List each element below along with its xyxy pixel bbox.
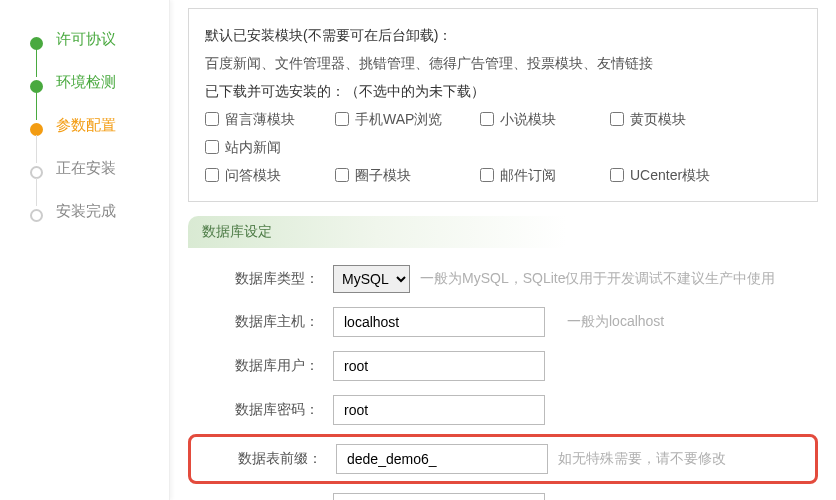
row-db-prefix: 数据表前缀： 如无特殊需要，请不要修改 — [191, 439, 815, 479]
hint-db-prefix: 如无特殊需要，请不要修改 — [558, 450, 726, 468]
step-complete: 安装完成 — [30, 190, 149, 233]
hint-db-host: 一般为localhost — [567, 313, 664, 331]
checkbox-guestbook[interactable]: 留言薄模块 — [205, 105, 335, 133]
hint-db-type: 一般为MySQL，SQLite仅用于开发调试不建议生产中使用 — [420, 270, 775, 288]
label-db-user: 数据库用户： — [188, 357, 333, 375]
select-db-type[interactable]: MySQL — [333, 265, 410, 293]
checkbox-yellowpage[interactable]: 黄页模块 — [610, 105, 740, 133]
checkbox-circle-input[interactable] — [335, 168, 349, 182]
install-steps-sidebar: 许可协议 环境检测 参数配置 正在安装 安装完成 — [0, 0, 170, 500]
checkbox-novel-input[interactable] — [480, 112, 494, 126]
installed-modules-title: 默认已安装模块(不需要可在后台卸载)： — [205, 21, 801, 49]
checkbox-qa-input[interactable] — [205, 168, 219, 182]
input-db-host[interactable] — [333, 307, 545, 337]
checkbox-qa[interactable]: 问答模块 — [205, 161, 335, 189]
checkbox-ucenter[interactable]: UCenter模块 — [610, 161, 740, 189]
step-installing: 正在安装 — [30, 147, 149, 190]
row-db-pass: 数据库密码： — [188, 388, 818, 432]
step-params: 参数配置 — [30, 104, 149, 147]
label-db-prefix: 数据表前缀： — [191, 450, 336, 468]
label-db-type: 数据库类型： — [188, 270, 333, 288]
step-list: 许可协议 环境检测 参数配置 正在安装 安装完成 — [0, 18, 169, 233]
optional-modules-title: 已下载并可选安装的：（不选中的为未下载） — [205, 77, 801, 105]
checkbox-sitenews-input[interactable] — [205, 140, 219, 154]
checkbox-ucenter-input[interactable] — [610, 168, 624, 182]
checkbox-mail-input[interactable] — [480, 168, 494, 182]
modules-panel: 默认已安装模块(不需要可在后台卸载)： 百度新闻、文件管理器、挑错管理、德得广告… — [188, 8, 818, 202]
label-db-host: 数据库主机： — [188, 313, 333, 331]
installed-modules-list: 百度新闻、文件管理器、挑错管理、德得广告管理、投票模块、友情链接 — [205, 49, 801, 77]
checkbox-sitenews[interactable]: 站内新闻 — [205, 133, 335, 161]
highlight-prefix: 数据表前缀： 如无特殊需要，请不要修改 — [188, 434, 818, 484]
db-section-header: 数据库设定 — [188, 216, 818, 248]
row-db-host: 数据库主机： 一般为localhost — [188, 300, 818, 344]
row-db-type: 数据库类型： MySQL 一般为MySQL，SQLite仅用于开发调试不建议生产… — [188, 258, 818, 300]
row-db-user: 数据库用户： — [188, 344, 818, 388]
input-db-pass[interactable] — [333, 395, 545, 425]
step-env-check: 环境检测 — [30, 61, 149, 104]
checkbox-yellowpage-input[interactable] — [610, 112, 624, 126]
checkbox-circle[interactable]: 圈子模块 — [335, 161, 480, 189]
input-db-user[interactable] — [333, 351, 545, 381]
checkbox-guestbook-input[interactable] — [205, 112, 219, 126]
row-db-name: 数据库名称： — [188, 486, 818, 500]
step-license: 许可协议 — [30, 18, 149, 61]
optional-row-2: 问答模块 圈子模块 邮件订阅 UCenter模块 — [205, 161, 801, 189]
input-db-prefix[interactable] — [336, 444, 548, 474]
checkbox-mail[interactable]: 邮件订阅 — [480, 161, 610, 189]
main-content: 默认已安装模块(不需要可在后台卸载)： 百度新闻、文件管理器、挑错管理、德得广告… — [170, 0, 836, 500]
input-db-name[interactable] — [333, 493, 545, 500]
checkbox-wap[interactable]: 手机WAP浏览 — [335, 105, 480, 133]
checkbox-wap-input[interactable] — [335, 112, 349, 126]
label-db-pass: 数据库密码： — [188, 401, 333, 419]
optional-row-1: 留言薄模块 手机WAP浏览 小说模块 黄页模块 站内新闻 — [205, 105, 801, 161]
checkbox-novel[interactable]: 小说模块 — [480, 105, 610, 133]
